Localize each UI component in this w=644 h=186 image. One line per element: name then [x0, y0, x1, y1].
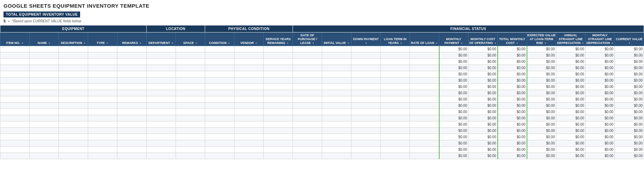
cell[interactable] [234, 65, 264, 71]
cell[interactable]: $0.00 [527, 128, 556, 134]
cell[interactable] [176, 59, 205, 65]
cell[interactable]: $0.00 [615, 59, 644, 65]
cell[interactable] [117, 84, 147, 90]
cell[interactable] [59, 84, 88, 90]
cell[interactable] [147, 46, 176, 52]
dropdown-arrow[interactable]: ▼ [228, 42, 230, 45]
cell[interactable]: $0.00 [439, 153, 468, 159]
cell[interactable] [147, 52, 176, 59]
cell[interactable] [410, 65, 439, 71]
cell[interactable] [205, 96, 234, 103]
cell[interactable]: $0.00 [527, 103, 556, 109]
cell[interactable] [410, 115, 439, 121]
cell[interactable]: $0.00 [468, 134, 498, 140]
cell[interactable] [117, 71, 147, 77]
cell[interactable] [59, 128, 88, 134]
cell[interactable] [59, 96, 88, 103]
cell[interactable] [293, 121, 322, 128]
cell[interactable] [322, 84, 351, 90]
cell[interactable] [117, 121, 147, 128]
cell[interactable]: $0.00 [527, 153, 556, 159]
cell[interactable] [381, 96, 410, 103]
cell[interactable] [351, 96, 381, 103]
cell[interactable] [30, 84, 59, 90]
cell[interactable] [264, 90, 293, 96]
cell[interactable] [264, 52, 293, 59]
cell[interactable]: $0.00 [556, 115, 585, 121]
cell[interactable] [293, 147, 322, 153]
table-row[interactable]: $0.00$0.00$0.00$0.00$0.00$0.00$0.00 [0, 128, 644, 134]
cell[interactable] [59, 109, 88, 115]
cell[interactable]: $0.00 [498, 109, 527, 115]
cell[interactable] [30, 115, 59, 121]
cell[interactable] [381, 115, 410, 121]
cell[interactable] [0, 134, 30, 140]
cell[interactable] [176, 90, 205, 96]
cell[interactable] [205, 84, 234, 90]
cell[interactable] [176, 153, 205, 159]
cell[interactable]: $0.00 [615, 153, 644, 159]
cell[interactable] [30, 77, 59, 84]
cell[interactable] [322, 140, 351, 147]
cell[interactable] [147, 147, 176, 153]
cell[interactable] [293, 115, 322, 121]
cell[interactable] [410, 140, 439, 147]
cell[interactable]: $0.00 [498, 147, 527, 153]
cell[interactable] [59, 71, 88, 77]
cell[interactable]: $0.00 [556, 121, 585, 128]
cell[interactable] [205, 59, 234, 65]
col-annual-sl[interactable]: ANNUAL STRAIGHT LINE DEPRECIATION ▼ [556, 32, 585, 46]
table-row[interactable]: $0.00$0.00$0.00$0.00$0.00$0.00$0.00 [0, 90, 644, 96]
cell[interactable]: $0.00 [468, 46, 498, 52]
cell[interactable] [381, 77, 410, 84]
cell[interactable] [59, 140, 88, 147]
cell[interactable] [117, 140, 147, 147]
cell[interactable]: $0.00 [585, 103, 615, 109]
table-row[interactable]: $0.00$0.00$0.00$0.00$0.00$0.00$0.00 [0, 59, 644, 65]
cell[interactable]: $0.00 [527, 109, 556, 115]
cell[interactable] [88, 65, 117, 71]
cell[interactable]: $0.00 [556, 128, 585, 134]
cell[interactable]: $0.00 [556, 147, 585, 153]
cell[interactable] [176, 84, 205, 90]
cell[interactable]: $0.00 [556, 140, 585, 147]
table-row[interactable]: $0.00$0.00$0.00$0.00$0.00$0.00$0.00 [0, 65, 644, 71]
cell[interactable] [0, 52, 30, 59]
cell[interactable]: $0.00 [439, 77, 468, 84]
cell[interactable]: $0.00 [585, 128, 615, 134]
cell[interactable] [293, 71, 322, 77]
cell[interactable] [147, 65, 176, 71]
cell[interactable]: $0.00 [615, 77, 644, 84]
cell[interactable] [88, 128, 117, 134]
cell[interactable] [147, 90, 176, 96]
cell[interactable] [205, 147, 234, 153]
cell[interactable] [293, 109, 322, 115]
cell[interactable]: $0.00 [585, 90, 615, 96]
cell[interactable] [117, 59, 147, 65]
cell[interactable] [117, 115, 147, 121]
cell[interactable]: $0.00 [468, 65, 498, 71]
cell[interactable] [264, 147, 293, 153]
cell[interactable] [176, 121, 205, 128]
cell[interactable] [176, 77, 205, 84]
cell[interactable] [147, 71, 176, 77]
cell[interactable] [322, 153, 351, 159]
cell[interactable]: $0.00 [615, 140, 644, 147]
col-date-purchase[interactable]: DATE OF PURCHASE / LEASE ▼ [293, 32, 322, 46]
cell[interactable] [88, 46, 117, 52]
cell[interactable] [147, 103, 176, 109]
cell[interactable]: $0.00 [498, 96, 527, 103]
cell[interactable] [117, 103, 147, 109]
cell[interactable] [205, 52, 234, 59]
cell[interactable]: $0.00 [498, 59, 527, 65]
col-monthly-payment[interactable]: MONTHLY PAYMENT ▼ [439, 32, 468, 46]
cell[interactable] [410, 71, 439, 77]
cell[interactable] [176, 103, 205, 109]
cell[interactable] [264, 121, 293, 128]
cell[interactable] [59, 77, 88, 84]
cell[interactable]: $0.00 [585, 115, 615, 121]
cell[interactable]: $0.00 [585, 52, 615, 59]
cell[interactable] [264, 140, 293, 147]
cell[interactable] [381, 59, 410, 65]
cell[interactable] [0, 121, 30, 128]
